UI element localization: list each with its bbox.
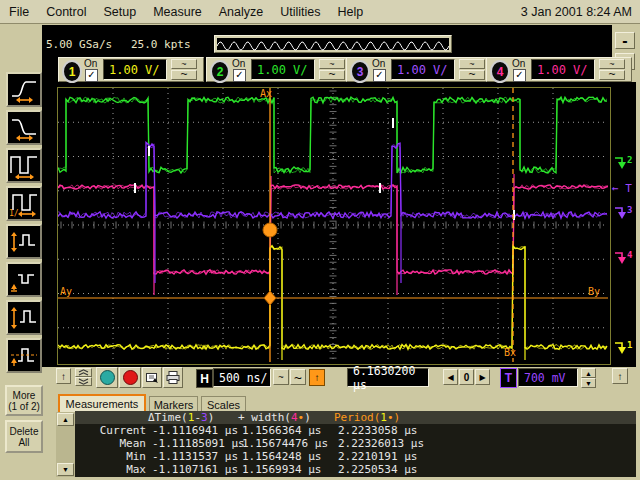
- screen-capture-button[interactable]: [142, 367, 162, 388]
- position-left-button[interactable]: ◀: [443, 369, 458, 385]
- timebase-zoom-in-button[interactable]: ~: [273, 369, 289, 385]
- measurement-row-mean: Mean-1.11185091 µs1.15674476 µs2.2232601…: [75, 437, 636, 450]
- trigger-level-down-button[interactable]: ▼: [581, 378, 596, 388]
- memory-depth-readout: 25.0 kpts: [131, 38, 191, 51]
- marker-bx-label: Bx: [504, 347, 516, 358]
- channel-4-scale-display[interactable]: 1.00 V/: [531, 59, 595, 80]
- svg-text:1: 1: [627, 340, 632, 350]
- measure-rise-time-button[interactable]: [6, 72, 42, 107]
- position-right-button[interactable]: ▶: [475, 369, 490, 385]
- row-label: Min: [75, 450, 146, 463]
- measure-period-button[interactable]: 1/: [6, 186, 42, 221]
- v-amplitude-icon: [9, 305, 39, 331]
- delete-all-button[interactable]: Delete All: [5, 420, 43, 453]
- acquisition-preview-bar[interactable]: [214, 35, 452, 53]
- horizontal-position-display[interactable]: 6.1630200 µs: [347, 368, 429, 387]
- stop-button[interactable]: [119, 367, 141, 388]
- menu-file[interactable]: File: [9, 5, 29, 19]
- trigger-level-up-button[interactable]: ▲: [581, 368, 596, 378]
- channel-4-ground-marker[interactable]: 4: [611, 250, 638, 271]
- measurement-row-max: Max-1.1107161 µs1.1569934 µs2.2250534 µs: [75, 463, 636, 476]
- measure-v-average-button[interactable]: [6, 338, 42, 373]
- svg-text:← T: ← T: [612, 182, 632, 195]
- run-icon: [100, 370, 115, 385]
- channel-1-on-checkbox[interactable]: ✓: [85, 69, 98, 82]
- more-label-line1: More: [7, 390, 41, 401]
- channel-1-trace: [58, 246, 607, 360]
- coarse-down-button[interactable]: [75, 377, 92, 386]
- measure-v-min-button[interactable]: [6, 262, 42, 297]
- screen-capture-icon: [146, 372, 159, 384]
- run-button[interactable]: [96, 367, 118, 388]
- move-up-left-button[interactable]: ↑: [56, 368, 71, 384]
- row-label: Max: [75, 463, 146, 476]
- more-measurements-button[interactable]: More (1 of 2): [5, 385, 43, 416]
- menu-control[interactable]: Control: [46, 5, 86, 19]
- channel-3-badge[interactable]: 3: [350, 60, 370, 83]
- v-average-icon: [9, 343, 39, 369]
- delta-time-max: -1.1107161 µs: [152, 463, 238, 476]
- channel-1-scale-display[interactable]: 1.00 V/: [103, 59, 167, 80]
- channel-4-scale-increase-button[interactable]: ~: [599, 70, 625, 80]
- timebase-zoom-out-button[interactable]: ~: [290, 369, 306, 385]
- waveform-display-frame: AxBxAyBy: [57, 87, 611, 365]
- menu-help[interactable]: Help: [338, 5, 364, 19]
- menu-utilities[interactable]: Utilities: [280, 5, 320, 19]
- print-button[interactable]: [163, 367, 183, 388]
- channel-4-badge[interactable]: 4: [490, 60, 510, 83]
- plus-width-min: 1.1564248 µs: [242, 450, 321, 463]
- printer-icon: [166, 371, 180, 384]
- channel-2-badge[interactable]: 2: [210, 60, 230, 83]
- scroll-up-button[interactable]: ▲: [57, 413, 74, 426]
- minimize-button[interactable]: -: [615, 32, 635, 49]
- tab-markers[interactable]: Markers: [149, 396, 198, 412]
- marker-a-handle[interactable]: [263, 223, 277, 237]
- channel-1-ground-marker[interactable]: 1: [611, 340, 638, 361]
- oscilloscope-app: 3 Jan 2001 8:24 AM FileControlSetupMeasu…: [0, 0, 640, 480]
- channel-2-ground-marker[interactable]: 2: [611, 155, 638, 176]
- channel-2-scale-increase-button[interactable]: ~: [319, 70, 345, 80]
- row-label: Mean: [75, 437, 146, 450]
- measure-plus-width-button[interactable]: [6, 148, 42, 183]
- menu-measure[interactable]: Measure: [153, 5, 202, 19]
- waveform-plot[interactable]: AxBxAyBy: [58, 88, 608, 362]
- measure-fall-time-button[interactable]: [6, 110, 42, 145]
- svg-text:2: 2: [627, 155, 632, 165]
- channel-3-on-checkbox[interactable]: ✓: [373, 69, 386, 82]
- measure-v-peak-peak-button[interactable]: [6, 224, 42, 259]
- position-zero-button[interactable]: 0: [459, 369, 474, 385]
- scroll-down-button[interactable]: ▼: [57, 463, 74, 476]
- menu-setup[interactable]: Setup: [103, 5, 136, 19]
- svg-text:3: 3: [627, 205, 632, 215]
- period-icon: 1/: [9, 191, 39, 217]
- trigger-level-display[interactable]: 700 mV: [518, 368, 578, 387]
- channel-1-badge[interactable]: 1: [62, 60, 82, 83]
- channel-1-scale-increase-button[interactable]: ~: [171, 70, 197, 80]
- menu-analyze[interactable]: Analyze: [219, 5, 263, 19]
- channel-2-on-checkbox[interactable]: ✓: [233, 69, 246, 82]
- v-peak-peak-icon: [9, 229, 39, 255]
- marker-ay-label: Ay: [60, 286, 72, 297]
- horizontal-label: H: [196, 369, 213, 388]
- header-plus-width: + width(4•): [238, 411, 311, 424]
- channel-1-group: 1On✓1.00 V/~~: [58, 57, 204, 82]
- preview-waveform-icon: [217, 40, 449, 52]
- channel-2-scale-display[interactable]: 1.00 V/: [251, 59, 315, 80]
- channel-2-on-label: On: [232, 58, 245, 69]
- channel-3-scale-display[interactable]: 1.00 V/: [391, 59, 455, 80]
- trigger-marker[interactable]: ← T: [611, 180, 638, 201]
- timebase-display[interactable]: 500 ns/: [213, 368, 271, 387]
- measure-v-amplitude-button[interactable]: [6, 300, 42, 335]
- measurement-row-min: Min-1.1131537 µs1.1564248 µs2.2210191 µs: [75, 450, 636, 463]
- channel-4-on-label: On: [512, 58, 525, 69]
- channel-3-ground-marker[interactable]: 3: [611, 205, 638, 226]
- channel-3-scale-increase-button[interactable]: ~: [459, 70, 485, 80]
- coarse-up-button[interactable]: [75, 368, 92, 377]
- trigger-position-button[interactable]: ↑: [309, 369, 325, 386]
- period-max: 2.2250534 µs: [338, 463, 417, 476]
- channel-4-on-checkbox[interactable]: ✓: [513, 69, 526, 82]
- marker-intersection-handle[interactable]: [264, 291, 276, 305]
- move-up-right-button[interactable]: ↑: [612, 368, 628, 384]
- tab-measurements[interactable]: Measurements: [58, 394, 146, 412]
- tab-scales[interactable]: Scales: [201, 396, 246, 412]
